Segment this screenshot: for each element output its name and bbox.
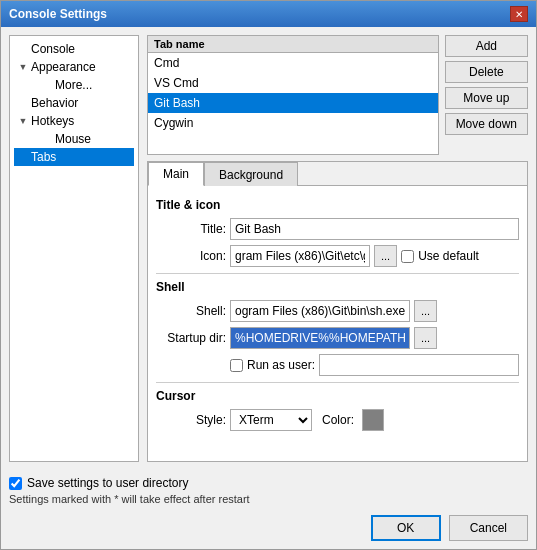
tab-panel: Main Background Title & icon Title: Icon… <box>147 161 528 462</box>
console-settings-window: Console Settings ✕ Console▼AppearanceMor… <box>0 0 537 550</box>
move-up-button[interactable]: Move up <box>445 87 528 109</box>
tab-list-header: Tab name <box>148 36 438 53</box>
tree-item-label-appearance: Appearance <box>31 60 96 74</box>
tab-list-item-1[interactable]: VS Cmd <box>148 73 438 93</box>
close-button[interactable]: ✕ <box>510 6 528 22</box>
use-default-checkbox[interactable] <box>401 250 414 263</box>
tree-item-label-more: More... <box>55 78 92 92</box>
dialog-buttons: OK Cancel <box>1 511 536 549</box>
warning-text: Settings marked with * will take effect … <box>9 493 528 505</box>
expand-icon-appearance: ▼ <box>18 62 28 72</box>
tree-item-label-hotkeys: Hotkeys <box>31 114 74 128</box>
cursor-row: Style: XTerm Block Underline Color: <box>156 409 519 431</box>
title-bar-buttons: ✕ <box>510 6 528 22</box>
delete-button[interactable]: Delete <box>445 61 528 83</box>
startup-input[interactable] <box>230 327 410 349</box>
tree-item-appearance[interactable]: ▼Appearance <box>14 58 134 76</box>
tab-buttons: Add Delete Move up Move down <box>445 35 528 155</box>
title-label: Title: <box>156 222 226 236</box>
main-tab[interactable]: Main <box>148 162 204 186</box>
tree-item-hotkeys[interactable]: ▼Hotkeys <box>14 112 134 130</box>
tab-list-section: Tab name CmdVS CmdGit BashCygwin Add Del… <box>147 35 528 155</box>
style-select[interactable]: XTerm Block Underline <box>230 409 312 431</box>
title-input[interactable] <box>230 218 519 240</box>
tree-item-more[interactable]: More... <box>14 76 134 94</box>
cancel-button[interactable]: Cancel <box>449 515 528 541</box>
tree-panel: Console▼AppearanceMore...Behavior▼Hotkey… <box>9 35 139 462</box>
tab-list-item-2[interactable]: Git Bash <box>148 93 438 113</box>
title-row: Title: <box>156 218 519 240</box>
add-button[interactable]: Add <box>445 35 528 57</box>
title-icon-section-label: Title & icon <box>156 198 519 212</box>
run-as-checkbox[interactable] <box>230 359 243 372</box>
tree-item-label-behavior: Behavior <box>31 96 78 110</box>
shell-input[interactable] <box>230 300 410 322</box>
tree-item-label-console: Console <box>31 42 75 56</box>
tab-list-item-0[interactable]: Cmd <box>148 53 438 73</box>
tree-item-tabs[interactable]: Tabs <box>14 148 134 166</box>
ok-button[interactable]: OK <box>371 515 441 541</box>
shell-label: Shell: <box>156 304 226 318</box>
background-tab[interactable]: Background <box>204 162 298 186</box>
icon-row: Icon: ... Use default <box>156 245 519 267</box>
tab-header: Main Background <box>148 162 527 186</box>
move-down-button[interactable]: Move down <box>445 113 528 135</box>
use-default-row: Use default <box>401 249 479 263</box>
shell-browse-button[interactable]: ... <box>414 300 437 322</box>
tree-item-mouse[interactable]: Mouse <box>14 130 134 148</box>
icon-input[interactable] <box>230 245 370 267</box>
color-label: Color: <box>322 413 354 427</box>
tree-item-console[interactable]: Console <box>14 40 134 58</box>
content-area: Console▼AppearanceMore...Behavior▼Hotkey… <box>1 27 536 470</box>
title-bar: Console Settings ✕ <box>1 1 536 27</box>
expand-icon-hotkeys: ▼ <box>18 116 28 126</box>
save-label: Save settings to user directory <box>27 476 188 490</box>
shell-row: Shell: ... <box>156 300 519 322</box>
divider-2 <box>156 382 519 383</box>
run-as-label: Run as user: <box>247 358 315 372</box>
cursor-section-label: Cursor <box>156 389 519 403</box>
icon-label: Icon: <box>156 249 226 263</box>
window-title: Console Settings <box>9 7 107 21</box>
footer: Save settings to user directory Settings… <box>1 470 536 511</box>
shell-section-label: Shell <box>156 280 519 294</box>
startup-label: Startup dir: <box>156 331 226 345</box>
tree-item-label-tabs: Tabs <box>31 150 56 164</box>
divider-1 <box>156 273 519 274</box>
tree-item-label-mouse: Mouse <box>55 132 91 146</box>
tab-list-item-3[interactable]: Cygwin <box>148 113 438 133</box>
tab-list-box: Tab name CmdVS CmdGit BashCygwin <box>147 35 439 155</box>
save-row: Save settings to user directory <box>9 476 528 490</box>
icon-browse-button[interactable]: ... <box>374 245 397 267</box>
main-tab-content: Title & icon Title: Icon: ... Use defaul… <box>148 186 527 461</box>
tree-item-behavior[interactable]: Behavior <box>14 94 134 112</box>
style-label: Style: <box>156 413 226 427</box>
startup-row: Startup dir: ... <box>156 327 519 349</box>
startup-browse-button[interactable]: ... <box>414 327 437 349</box>
save-checkbox[interactable] <box>9 477 22 490</box>
color-swatch[interactable] <box>362 409 384 431</box>
right-panel: Tab name CmdVS CmdGit BashCygwin Add Del… <box>147 35 528 462</box>
run-as-input[interactable] <box>319 354 519 376</box>
run-as-row: Run as user: <box>230 354 519 376</box>
use-default-label: Use default <box>418 249 479 263</box>
